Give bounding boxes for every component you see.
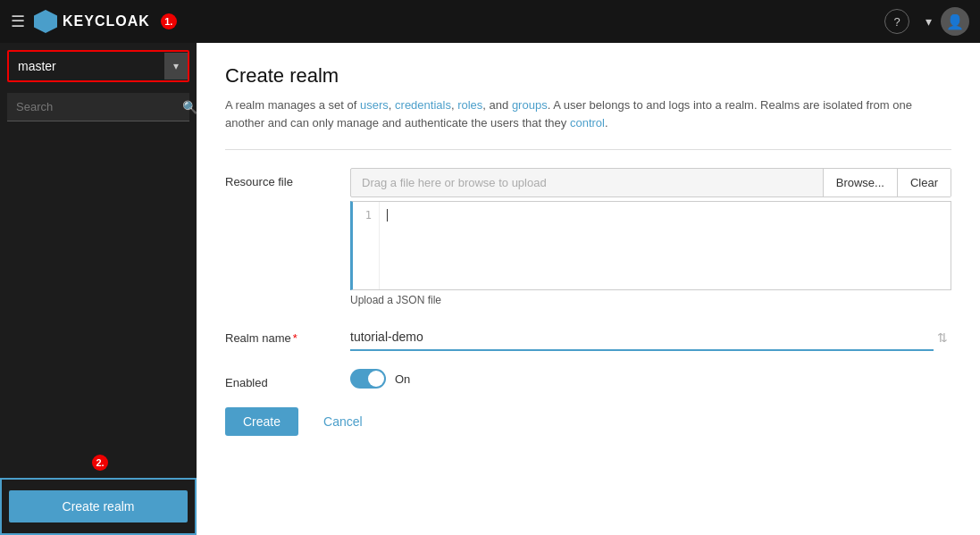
realm-name-icon[interactable]: ⇅ [934, 327, 951, 348]
user-avatar[interactable]: 👤 [941, 7, 969, 36]
divider [225, 149, 951, 150]
layout: master ▾ 🔍 2. Create realm Create realm … [0, 43, 980, 535]
file-upload-area: Drag a file here or browse to upload Bro… [350, 168, 951, 197]
control-link[interactable]: control [570, 116, 605, 130]
realm-name-input[interactable] [350, 324, 934, 351]
cancel-button[interactable]: Cancel [313, 407, 373, 436]
line-number-1: 1 [365, 209, 372, 222]
code-cursor [387, 209, 388, 222]
realm-name-control: ⇅ [350, 324, 951, 351]
action-buttons: Create Cancel [225, 407, 951, 436]
realm-selector-text: master [9, 52, 164, 80]
code-content[interactable] [380, 202, 951, 289]
resource-file-row: Resource file Drag a file here or browse… [225, 168, 951, 306]
nav-dropdown-icon[interactable]: ▾ [926, 14, 932, 29]
step1-badge: 1. [161, 13, 177, 29]
sidebar: master ▾ 🔍 2. Create realm [0, 43, 197, 535]
step2-badge: 2. [92, 455, 108, 471]
enabled-toggle[interactable] [350, 369, 386, 389]
logo-area: KEYCLOAK [34, 10, 150, 33]
line-numbers: 1 [353, 202, 380, 289]
upload-hint: Upload a JSON file [350, 294, 951, 306]
search-input[interactable] [7, 93, 175, 121]
main-content: Create realm A realm manages a set of us… [197, 43, 980, 535]
avatar-icon: 👤 [946, 13, 964, 30]
create-button[interactable]: Create [225, 407, 298, 436]
realm-name-label: Realm name* [225, 324, 332, 345]
resource-file-control: Drag a file here or browse to upload Bro… [350, 168, 951, 306]
hamburger-icon[interactable]: ☰ [11, 12, 25, 31]
logo-text: KEYCLOAK [63, 13, 150, 29]
help-icon[interactable]: ? [884, 9, 909, 34]
code-editor: 1 [350, 201, 951, 290]
browse-button[interactable]: Browse... [823, 169, 897, 196]
resource-file-label: Resource file [225, 168, 332, 188]
page-description: A realm manages a set of users, credenti… [225, 96, 951, 131]
users-link[interactable]: users [360, 98, 389, 112]
top-nav: ☰ KEYCLOAK 1. ? ▾ 👤 [0, 0, 980, 43]
groups-link[interactable]: groups [512, 98, 548, 112]
realm-selector-arrow-icon[interactable]: ▾ [164, 53, 188, 79]
page-title: Create realm [225, 64, 951, 88]
logo-hex-icon [34, 10, 57, 33]
realm-name-input-wrap [350, 324, 934, 351]
required-star: * [293, 331, 297, 345]
enabled-control: On [350, 369, 951, 389]
toggle-knob [368, 371, 384, 387]
realm-name-row: Realm name* ⇅ [225, 324, 951, 351]
create-realm-area: Create realm [0, 478, 197, 535]
create-realm-sidebar-button[interactable]: Create realm [9, 490, 188, 522]
sidebar-middle [0, 129, 197, 447]
roles-link[interactable]: roles [457, 98, 482, 112]
enabled-row: Enabled On [225, 369, 951, 389]
enabled-label: Enabled [225, 369, 332, 389]
credentials-link[interactable]: credentials [395, 98, 451, 112]
toggle-state-label: On [395, 372, 410, 386]
upload-placeholder: Drag a file here or browse to upload [351, 169, 823, 196]
search-area: 🔍 [7, 93, 189, 121]
search-icon[interactable]: 🔍 [175, 95, 197, 120]
clear-button[interactable]: Clear [897, 169, 951, 196]
description-text: A realm manages a set of users, credenti… [225, 98, 912, 130]
realm-selector[interactable]: master ▾ [7, 50, 189, 82]
